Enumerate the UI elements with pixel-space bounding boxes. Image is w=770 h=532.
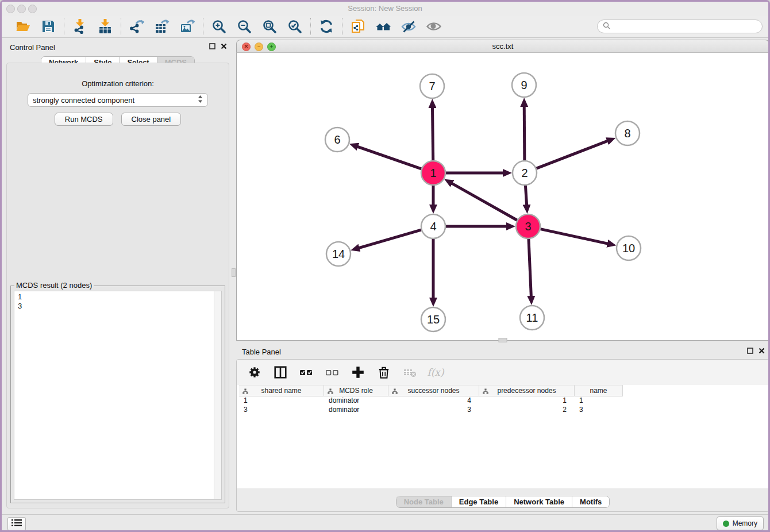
table-tab-edge-table[interactable]: Edge Table: [451, 496, 506, 507]
graph-edge-3-11[interactable]: [529, 239, 531, 297]
column-header-label: name: [590, 387, 607, 395]
column-header-successor-nodes[interactable]: successor nodes: [388, 385, 479, 396]
add-column-icon[interactable]: [351, 365, 365, 380]
import-table-icon[interactable]: [97, 18, 113, 34]
table-toolbar: f(x): [237, 360, 769, 385]
column-header-label: predecessor nodes: [497, 387, 556, 395]
table-cell[interactable]: 1: [479, 396, 575, 406]
table-cell[interactable]: 3: [575, 406, 623, 415]
graph-edge-1-7[interactable]: [432, 107, 433, 160]
hide-selected-icon[interactable]: [401, 18, 417, 34]
table-cell[interactable]: dominator: [324, 396, 388, 406]
zoom-selected-icon[interactable]: [287, 18, 303, 34]
zoom-out-icon[interactable]: [236, 18, 252, 34]
show-all-icon[interactable]: [426, 18, 442, 34]
optimization-criterion-label: Optimization criterion:: [7, 79, 229, 88]
main-toolbar: [2, 16, 768, 38]
svg-text:6: 6: [334, 133, 340, 146]
delete-column-icon[interactable]: [376, 365, 391, 380]
close-table-panel-icon[interactable]: [759, 348, 765, 354]
column-header-name[interactable]: name: [575, 385, 623, 396]
search-input[interactable]: [613, 21, 762, 32]
column-header-shared-name[interactable]: shared name: [239, 385, 324, 396]
export-table-icon[interactable]: [154, 18, 170, 34]
criterion-dropdown[interactable]: strongly connected component: [28, 93, 208, 107]
refresh-icon[interactable]: [318, 18, 334, 34]
zoom-fit-icon[interactable]: [261, 18, 278, 34]
graph-node-1[interactable]: 1: [421, 161, 445, 185]
export-network-icon[interactable]: [129, 18, 145, 34]
mcds-result-text[interactable]: 1 3: [14, 291, 222, 500]
graph-node-2[interactable]: 2: [513, 161, 537, 185]
svg-text:3: 3: [525, 220, 531, 233]
graph-node-11[interactable]: 11: [520, 306, 544, 330]
graph-node-7[interactable]: 7: [420, 74, 444, 98]
result-scrollbar[interactable]: [214, 291, 221, 499]
export-image-icon[interactable]: [179, 18, 195, 34]
close-panel-button[interactable]: Close panel: [121, 113, 182, 126]
table-tabs: Node TableEdge TableNetwork TableMotifs: [396, 496, 610, 508]
search-box: [597, 20, 763, 33]
column-header-predecessor-nodes[interactable]: predecessor nodes: [479, 385, 575, 396]
graph-edge-1-6[interactable]: [357, 147, 421, 169]
table-cell[interactable]: 1: [239, 396, 324, 406]
graph-node-15[interactable]: 15: [421, 307, 445, 331]
network-window-titlebar[interactable]: ✕ – + scc.txt: [236, 40, 769, 52]
table-cell[interactable]: 3: [239, 406, 324, 415]
graph-node-8[interactable]: 8: [615, 121, 640, 145]
table-cell[interactable]: 2: [479, 406, 575, 415]
table-row[interactable]: 3dominator323: [239, 406, 769, 415]
memory-button[interactable]: Memory: [717, 516, 764, 530]
zoom-in-icon[interactable]: [211, 18, 227, 34]
table-cell[interactable]: dominator: [324, 406, 388, 415]
table-tab-node-table[interactable]: Node Table: [396, 496, 451, 507]
task-history-button[interactable]: [7, 517, 26, 531]
svg-text:9: 9: [521, 79, 527, 91]
graph-edge-3-10[interactable]: [540, 229, 608, 244]
table-cell[interactable]: 1: [575, 396, 623, 406]
table-cell[interactable]: 3: [388, 406, 479, 415]
control-panel-title: Control Panel: [10, 43, 55, 52]
select-all-columns-icon[interactable]: [299, 365, 314, 380]
graph-node-14[interactable]: 14: [326, 242, 351, 266]
clone-network-icon[interactable]: [350, 18, 366, 34]
graph-node-10[interactable]: 10: [617, 236, 641, 260]
network-view-window: ✕ – + scc.txt 7968124314101511: [236, 40, 769, 342]
graph-node-9[interactable]: 9: [512, 73, 536, 97]
graph-edge-4-14[interactable]: [359, 230, 421, 248]
panel-splitter-handle[interactable]: [232, 268, 236, 277]
table-tab-network-table[interactable]: Network Table: [506, 496, 572, 507]
graph-edge-3-1[interactable]: [451, 183, 517, 221]
close-panel-icon[interactable]: [221, 43, 227, 49]
table-tab-motifs[interactable]: Motifs: [572, 496, 609, 507]
table-settings-icon[interactable]: [247, 365, 262, 380]
status-bar: Memory: [2, 514, 768, 531]
graph-edge-2-9[interactable]: [524, 106, 525, 160]
network-canvas[interactable]: 7968124314101511: [236, 52, 769, 341]
svg-text:10: 10: [622, 242, 635, 255]
column-layout-icon[interactable]: [273, 365, 288, 380]
float-table-panel-icon[interactable]: [747, 348, 753, 354]
graph-node-6[interactable]: 6: [325, 128, 349, 152]
column-header-label: shared name: [261, 387, 301, 395]
network-window-title: scc.txt: [237, 42, 769, 51]
graph-node-4[interactable]: 4: [421, 214, 445, 238]
deselect-all-columns-icon[interactable]: [325, 365, 340, 380]
home-icon[interactable]: [375, 18, 391, 34]
open-session-icon[interactable]: [15, 18, 31, 34]
network-resize-handle[interactable]: [499, 338, 507, 342]
column-header-MCDS-role[interactable]: MCDS role: [324, 385, 388, 396]
run-mcds-button[interactable]: Run MCDS: [55, 113, 113, 126]
save-session-icon[interactable]: [40, 18, 56, 34]
svg-text:14: 14: [332, 248, 345, 260]
application-window: Session: New Session Control Panel Netwo…: [0, 0, 770, 532]
column-header-label: successor nodes: [407, 387, 459, 395]
graph-edge-2-8[interactable]: [537, 141, 609, 168]
import-network-icon[interactable]: [72, 18, 88, 34]
graph-node-3[interactable]: 3: [516, 214, 540, 238]
table-cell[interactable]: 4: [388, 396, 479, 406]
table-panel: Table Panel f(x) shared nameMCDS rolesuc…: [236, 344, 769, 512]
graph-edge-2-3[interactable]: [525, 186, 526, 206]
float-panel-icon[interactable]: [209, 43, 215, 49]
table-row[interactable]: 1dominator411: [239, 396, 769, 406]
